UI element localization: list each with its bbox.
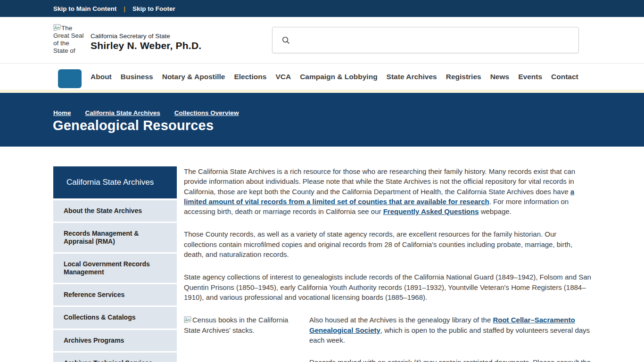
page-title-band: HomeCalifornia State ArchivesCollections…: [0, 93, 644, 147]
text-segment: webpage.: [479, 207, 512, 215]
main-content: California State Archives About the Stat…: [0, 147, 644, 362]
paragraph-county-records: Those County records, as well as a varie…: [184, 229, 591, 259]
breadcrumb: HomeCalifornia State ArchivesCollections…: [53, 109, 239, 116]
page-title: Genealogical Resources: [53, 118, 214, 133]
nav-item-list: AboutBusinessNotary & ApostilleElections…: [91, 64, 578, 90]
skip-links-separator: |: [124, 5, 125, 12]
article-body: The California State Archives is a rich …: [184, 166, 591, 362]
text-segment: Those County records, as well as a varie…: [184, 230, 572, 258]
skip-to-main-link[interactable]: Skip to Main Content: [53, 5, 116, 12]
site-search[interactable]: [272, 27, 579, 53]
text-segment: Also housed at the Archives is the genea…: [309, 316, 493, 324]
paragraph-state-agency: State agency collections of interest to …: [184, 272, 591, 302]
nav-item[interactable]: Campaign & Lobbying: [300, 73, 377, 81]
home-nav-button[interactable]: [58, 69, 82, 88]
sidebar-item[interactable]: Collections & Catalogs: [53, 307, 177, 328]
officer-name: Shirley N. Weber, Ph.D.: [91, 40, 201, 51]
text-segment: State agency collections of interest to …: [184, 273, 591, 301]
text-segment: The California State Archives is a rich …: [184, 167, 575, 196]
nav-item[interactable]: Business: [121, 73, 153, 81]
sidebar-title: California State Archives: [53, 166, 177, 198]
paragraph-root-cellar: Also housed at the Archives is the genea…: [309, 315, 591, 345]
main-navigation: AboutBusinessNotary & ApostilleElections…: [0, 64, 644, 90]
search-icon: [281, 36, 290, 45]
sidebar-item[interactable]: Archives Programs: [53, 330, 177, 351]
search-input[interactable]: [295, 36, 572, 44]
paragraph-restricted-note: Records marked with an asterisk (*) may …: [309, 357, 591, 362]
content-link[interactable]: Frequently Asked Questions: [383, 207, 479, 215]
skip-to-footer-link[interactable]: Skip to Footer: [132, 5, 175, 12]
nav-item[interactable]: Contact: [551, 73, 578, 81]
sidebar-item[interactable]: About the State Archives: [53, 200, 177, 222]
nav-item[interactable]: State Archives: [387, 73, 437, 81]
nav-item[interactable]: News: [490, 73, 510, 81]
broken-image-icon: [53, 24, 61, 31]
site-header: The Great Seal of the State of Californi…: [0, 17, 644, 64]
accent-strip: [0, 90, 644, 93]
broken-image-icon: [184, 316, 191, 323]
breadcrumb-link[interactable]: California State Archives: [85, 109, 160, 116]
text-segment: Records marked with an asterisk (*) may …: [309, 358, 591, 362]
nav-item[interactable]: Events: [518, 73, 542, 81]
sidebar-item[interactable]: Archives Technical Services Programs: [53, 353, 177, 362]
state-seal-broken-image[interactable]: The Great Seal of the State of: [53, 24, 84, 63]
nav-item[interactable]: Registries: [446, 73, 481, 81]
agency-name: California Secretary of State: [91, 33, 170, 40]
skip-links-bar: Skip to Main Content | Skip to Footer: [0, 0, 644, 17]
paragraph-intro: The California State Archives is a rich …: [184, 166, 591, 216]
sidebar-item[interactable]: Reference Services: [53, 284, 177, 305]
sidebar: California State Archives About the Stat…: [53, 166, 177, 362]
breadcrumb-link[interactable]: Collections Overview: [174, 109, 239, 116]
nav-item[interactable]: About: [91, 73, 112, 81]
sidebar-item-list: About the State ArchivesRecords Manageme…: [53, 200, 177, 362]
nav-item[interactable]: VCA: [275, 73, 291, 81]
sidebar-item[interactable]: Records Management & Appraisal (RMA): [53, 223, 177, 252]
figure-alt-text: Census books in the California State Arc…: [184, 316, 288, 334]
sidebar-item[interactable]: Local Government Records Management: [53, 254, 177, 283]
census-books-broken-image: Census books in the California State Arc…: [184, 315, 300, 335]
breadcrumb-link[interactable]: Home: [53, 109, 71, 116]
bottom-row: Census books in the California State Arc…: [184, 315, 591, 362]
nav-item[interactable]: Elections: [234, 73, 266, 81]
nav-item[interactable]: Notary & Apostille: [162, 73, 225, 81]
right-column: Also housed at the Archives is the genea…: [309, 315, 591, 362]
